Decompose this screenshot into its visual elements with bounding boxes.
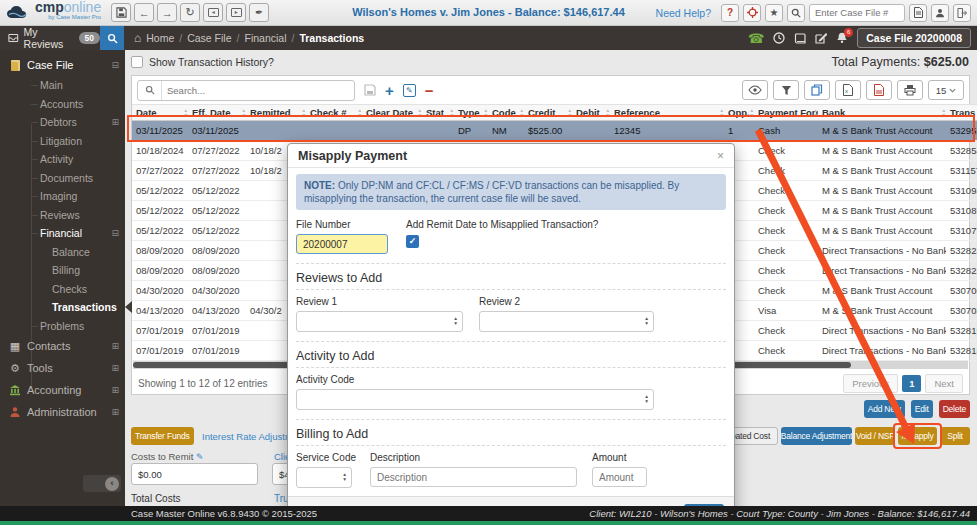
cell[interactable]: 05/12/2022 — [188, 201, 246, 221]
cell[interactable]: Check — [754, 241, 818, 261]
column-header-opp[interactable]: Opp.▴▾ — [724, 105, 754, 121]
sort-icon[interactable]: ▴▾ — [184, 108, 187, 117]
balance-adjustment-button[interactable]: Balance Adjustment — [781, 427, 852, 445]
cell[interactable]: M & S Bank Trust Account — [818, 161, 946, 181]
sort-icon[interactable]: ▴▾ — [942, 108, 945, 117]
cell[interactable]: M & S Bank Trust Account — [818, 181, 946, 201]
sort-icon[interactable]: ▴▾ — [520, 108, 523, 117]
sidebar-item-reviews[interactable]: Reviews — [0, 206, 125, 225]
cell[interactable] — [362, 121, 422, 141]
sidebar-item-balance[interactable]: Balance — [0, 243, 125, 262]
table-search[interactable] — [137, 80, 355, 101]
expand-icon[interactable]: ⊞ — [111, 385, 119, 395]
cell[interactable]: Direct Transactions - No Bank — [818, 261, 946, 281]
cell[interactable]: 532819 — [946, 321, 977, 341]
cell[interactable]: Direct Transactions - No Bank — [818, 241, 946, 261]
cell[interactable]: Check — [754, 161, 818, 181]
cell[interactable]: DP — [454, 121, 488, 141]
breadcrumb-financial[interactable]: Financial — [244, 32, 286, 44]
sidebar-item-case-file[interactable]: Case File⊟ — [0, 54, 125, 76]
costs-to-remit-input[interactable] — [131, 463, 258, 485]
sort-icon[interactable]: ▴▾ — [606, 108, 609, 117]
need-help-link[interactable]: Need Help? — [656, 7, 711, 19]
column-header-reference[interactable]: Reference▴▾ — [610, 105, 724, 121]
sort-icon[interactable]: ▴▾ — [814, 108, 817, 117]
cell[interactable]: 530703 — [946, 301, 977, 321]
notifications-button[interactable]: 6 — [836, 32, 848, 44]
breadcrumb-home[interactable]: Home — [146, 32, 174, 44]
file-number-input[interactable] — [296, 234, 388, 254]
sidebar-item-transactions[interactable]: Transactions — [0, 298, 125, 317]
cell[interactable]: 532818 — [946, 341, 977, 361]
cell[interactable]: 08/09/2020 — [132, 241, 188, 261]
cell[interactable]: 10/18/2024 — [132, 141, 188, 161]
cell[interactable]: 532823 — [946, 241, 977, 261]
favorites-button[interactable]: ★ — [765, 4, 783, 22]
cell[interactable]: 08/09/2020 — [188, 261, 246, 281]
cell[interactable]: 08/09/2020 — [188, 241, 246, 261]
cell[interactable]: 531094 — [946, 181, 977, 201]
case-file-search-input[interactable] — [809, 4, 905, 22]
sort-icon[interactable]: ▴▾ — [358, 108, 361, 117]
cell[interactable]: Check — [754, 321, 818, 341]
sort-icon[interactable]: ▴▾ — [242, 108, 245, 117]
sort-icon[interactable]: ▴▾ — [302, 108, 305, 117]
expand-icon[interactable]: ⊞ — [111, 407, 119, 417]
document-button[interactable] — [909, 4, 927, 22]
cell[interactable]: 03/11/2025 — [132, 121, 188, 141]
cell[interactable]: 05/12/2022 — [132, 181, 188, 201]
sidebar-item-problems[interactable]: Problems — [0, 317, 125, 336]
save-grid-button[interactable] — [364, 84, 376, 96]
sidebar-item-tools[interactable]: ⚙Tools⊞ — [0, 357, 125, 379]
cell[interactable]: NM — [488, 121, 524, 141]
filter-button[interactable] — [773, 80, 799, 100]
excel-export-button[interactable]: x — [835, 80, 861, 100]
sidebar-item-contacts[interactable]: ▦Contacts⊞ — [0, 335, 125, 357]
sort-icon[interactable]: ▴▾ — [568, 108, 571, 117]
cell[interactable]: 04/13/2020 — [188, 301, 246, 321]
column-visibility-button[interactable] — [742, 80, 768, 100]
add-new-button[interactable]: Add New — [864, 400, 905, 418]
cell[interactable] — [422, 121, 454, 141]
sort-icon[interactable]: ▴▾ — [450, 108, 453, 117]
copy-button[interactable] — [804, 80, 830, 100]
cell[interactable]: Check — [754, 341, 818, 361]
cell[interactable]: 05/12/2022 — [132, 201, 188, 221]
add-remit-checkbox[interactable]: ✓ — [406, 235, 419, 248]
sidebar-item-financial[interactable]: Financial⊟ — [0, 224, 125, 243]
ledger-button[interactable] — [794, 33, 806, 44]
sort-icon[interactable]: ▴▾ — [484, 108, 487, 117]
cell[interactable]: Check — [754, 281, 818, 301]
cell[interactable]: 05/12/2022 — [188, 221, 246, 241]
sidebar-item-debtors[interactable]: Debtors⊞ — [0, 113, 125, 132]
phone-button[interactable]: ☎ — [748, 31, 764, 46]
cell[interactable] — [246, 121, 306, 141]
column-header-code[interactable]: Code▴▾ — [488, 105, 524, 121]
activity-code-select[interactable]: ▴▾ — [296, 389, 654, 410]
sidebar-item-litigation[interactable]: Litigation — [0, 132, 125, 151]
help-button[interactable]: ? — [721, 4, 739, 22]
cell[interactable]: 05/12/2022 — [132, 221, 188, 241]
search-button[interactable] — [787, 4, 805, 22]
service-code-select[interactable]: ▴▾ — [296, 467, 352, 488]
prev-case-button[interactable]: ◂ — [203, 3, 223, 22]
cell[interactable]: 532854 — [946, 141, 977, 161]
back-button[interactable]: ← — [134, 3, 154, 22]
sort-icon[interactable]: ▴▾ — [720, 108, 723, 117]
review1-select[interactable]: ▴▾ — [296, 311, 463, 332]
description-input[interactable] — [370, 467, 577, 487]
cell[interactable]: M & S Bank Trust Account — [818, 221, 946, 241]
cell[interactable]: M & S Bank Trust Account — [818, 121, 946, 141]
cell[interactable]: 07/01/2019 — [188, 341, 246, 361]
show-history-checkbox[interactable] — [131, 56, 143, 68]
edit-pencil-icon[interactable]: ✎ — [196, 452, 204, 462]
cell[interactable]: Direct Transactions - No Bank — [818, 321, 946, 341]
cell[interactable]: 07/27/2022 — [132, 161, 188, 181]
cell[interactable]: Visa — [754, 301, 818, 321]
table-row[interactable]: 03/11/202503/11/2025DPNM$525.00123451Cas… — [132, 121, 977, 141]
pdf-export-button[interactable] — [866, 80, 892, 100]
next-case-button[interactable]: ▸ — [226, 3, 246, 22]
cell[interactable]: M & S Bank Trust Account — [818, 281, 946, 301]
column-header-trans-id[interactable]: Trans ID▴▾ — [946, 105, 977, 121]
cell[interactable]: 04/13/2020 — [132, 301, 188, 321]
